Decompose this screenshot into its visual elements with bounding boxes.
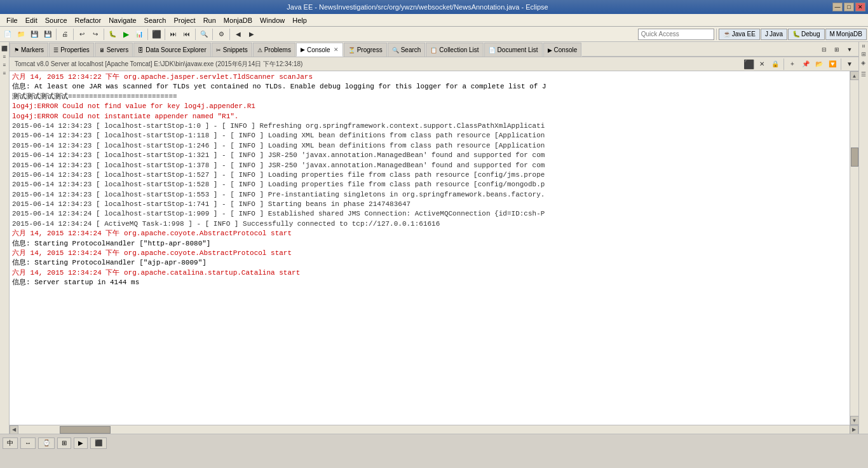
menu-refactor[interactable]: Refactor	[71, 15, 105, 25]
h-scroll-thumb[interactable]	[60, 426, 111, 434]
content-area: ⚑ Markers ☰ Properties 🖥 Servers 🗄 Data …	[10, 42, 858, 434]
maximize-button[interactable]: □	[844, 3, 854, 11]
side-icon-1[interactable]: ≡	[860, 45, 867, 48]
scroll-up-btn[interactable]: ▲	[850, 71, 859, 80]
log-line: 六月 14, 2015 12:34:22 下午 org.apache.jaspe…	[12, 72, 847, 82]
tb-print-btn[interactable]: 🖨	[58, 28, 71, 41]
tb-debug-btn[interactable]: 🐛	[106, 28, 119, 41]
menu-project[interactable]: Project	[170, 15, 199, 25]
tb-settings-btn[interactable]: ⚙	[215, 28, 227, 41]
console-filter-btn[interactable]: 🔽	[826, 58, 839, 71]
perspective-java[interactable]: J Java	[761, 29, 787, 40]
menu-navigate[interactable]: Navigate	[105, 15, 140, 25]
menu-edit[interactable]: Edit	[22, 15, 41, 25]
tab-servers[interactable]: 🖥 Servers	[95, 43, 133, 57]
tb-stop-btn[interactable]: ⬛	[150, 28, 163, 41]
h-scroll-left-btn[interactable]: ◀	[10, 425, 18, 434]
log-line: 六月 14, 2015 12:34:24 下午 org.apache.catal…	[12, 268, 847, 278]
title-text: Java EE - NewsInvestigation/src/org/ywzn…	[3, 3, 832, 11]
tb-open-btn[interactable]: 📁	[15, 28, 27, 41]
console-toolbar-left: Tomcat v8.0 Server at localhost [Apache …	[12, 60, 305, 69]
tab-problems[interactable]: ⚠ Problems	[253, 43, 295, 57]
menu-window[interactable]: Window	[256, 15, 288, 25]
tab-list-btn[interactable]: ▼	[843, 43, 856, 56]
tab-maximize-btn[interactable]: ⊞	[831, 43, 843, 56]
log-line: 2015-06-14 12:34:23 [ localhost-startSto…	[12, 200, 847, 209]
gutter-btn-3[interactable]: ≡	[2, 61, 8, 69]
console-view-menu-btn[interactable]: ▼	[843, 58, 856, 71]
quick-access-input[interactable]	[638, 29, 714, 40]
servers-tab-icon: 🖥	[99, 47, 105, 53]
tb-save-btn[interactable]: 💾	[28, 28, 41, 41]
console-wrapper: Tomcat v8.0 Server at localhost [Apache …	[10, 57, 858, 434]
scroll-thumb[interactable]	[851, 148, 858, 167]
status-seg-1[interactable]: 中	[3, 437, 18, 449]
console-clear-btn[interactable]: ✕	[756, 58, 768, 71]
console-open-btn[interactable]: 📂	[813, 58, 825, 71]
side-icon-3[interactable]: ◈	[860, 60, 867, 67]
perspective-java-ee[interactable]: ☕ Java EE	[719, 29, 760, 40]
status-seg-6[interactable]: ⬛	[90, 437, 107, 449]
tab-markers[interactable]: ⚑ Markers	[10, 43, 48, 57]
console-scrollbar: ▲ ▼	[850, 71, 858, 425]
menu-run[interactable]: Run	[200, 15, 220, 25]
menu-help[interactable]: Help	[288, 15, 311, 25]
h-scroll-right-btn[interactable]: ▶	[850, 425, 858, 434]
tb-forward-btn[interactable]: ▶	[245, 28, 258, 41]
tab-properties[interactable]: ☰ Properties	[49, 43, 94, 57]
console-new-btn[interactable]: +	[786, 58, 799, 71]
menu-monjadb[interactable]: MonjaDB	[220, 15, 256, 25]
gutter-btn-4[interactable]: ≡	[2, 69, 8, 78]
tab-console-2[interactable]: ▶ Console	[543, 43, 582, 57]
scroll-track[interactable]	[850, 80, 859, 416]
gutter-btn-2[interactable]: ≡	[2, 53, 8, 61]
side-icon-4[interactable]: ☰	[860, 71, 867, 77]
tb-sep-3	[104, 29, 104, 40]
tb-back-btn[interactable]: ◀	[232, 28, 245, 41]
tab-search[interactable]: 🔍 Search	[388, 43, 426, 57]
menu-source[interactable]: Source	[41, 15, 71, 25]
log-line: 信息: At least one JAR was scanned for TLD…	[12, 82, 847, 92]
perspective-debug[interactable]: 🐛 Debug	[788, 29, 824, 40]
h-scroll-track[interactable]	[18, 425, 850, 434]
side-icon-2[interactable]: ⊞	[860, 52, 867, 57]
status-seg-2[interactable]: ↔	[20, 437, 36, 449]
console-pin-btn[interactable]: 📌	[799, 58, 812, 71]
status-seg-4[interactable]: ⊞	[57, 437, 71, 449]
console-tab-close[interactable]: ✕	[334, 46, 339, 53]
tb-search-btn[interactable]: 🔍	[198, 28, 210, 41]
tab-document-list[interactable]: 📄 Document List	[484, 43, 543, 57]
menu-file[interactable]: File	[3, 15, 22, 25]
log-line: 2015-06-14 12:34:23 [ localhost-startSto…	[12, 131, 847, 141]
status-seg-3[interactable]: ⌚	[38, 437, 55, 449]
tab-snippets[interactable]: ✂ Snippets	[212, 43, 252, 57]
tb-redo-btn[interactable]: ↪	[89, 28, 102, 41]
console2-tab-icon: ▶	[548, 47, 552, 53]
menu-search[interactable]: Search	[140, 15, 170, 25]
log-line: log4j:ERROR Could not find value for key…	[12, 102, 847, 111]
java-ee-icon: ☕	[723, 31, 731, 38]
tab-minimize-btn[interactable]: ⊟	[818, 43, 831, 56]
tb-run-btn[interactable]: ▶	[119, 28, 132, 41]
console-scroll-lock-btn[interactable]: 🔒	[769, 58, 782, 71]
markers-tab-icon: ⚑	[14, 47, 19, 53]
gutter-btn-1[interactable]: ⬛	[0, 45, 9, 53]
tab-progress[interactable]: ⏳ Progress	[344, 43, 387, 57]
tb-save-all-btn[interactable]: 💾	[41, 28, 54, 41]
tb-undo-btn[interactable]: ↩	[76, 28, 88, 41]
tab-console[interactable]: ▶ Console ✕	[296, 43, 343, 57]
status-seg-5[interactable]: ▶	[74, 437, 88, 449]
console-stop-btn[interactable]: ⬛	[742, 58, 755, 71]
tb-prev-btn[interactable]: ⏮	[180, 28, 193, 41]
scroll-down-btn[interactable]: ▼	[850, 416, 859, 425]
log-line: 六月 14, 2015 12:34:24 下午 org.apache.coyot…	[12, 249, 847, 258]
tab-data-source[interactable]: 🗄 Data Source Explorer	[133, 43, 211, 57]
minimize-button[interactable]: —	[832, 3, 843, 11]
log-line: 信息: Starting ProtocolHandler ["http-apr-…	[12, 239, 847, 249]
tb-next-btn[interactable]: ⏭	[167, 28, 180, 41]
close-button[interactable]: ✕	[855, 3, 865, 11]
tb-new-btn[interactable]: 📄	[1, 28, 14, 41]
tb-coverage-btn[interactable]: 📊	[133, 28, 146, 41]
tab-collection-list[interactable]: 📋 Collection List	[426, 43, 483, 57]
perspective-monjadb[interactable]: M MonjaDB	[825, 29, 867, 40]
